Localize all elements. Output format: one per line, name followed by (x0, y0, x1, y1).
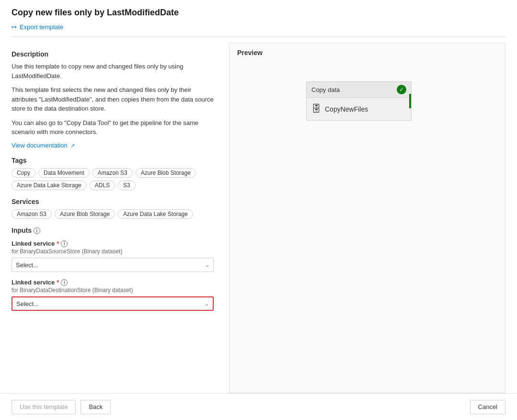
linked-service-1-label: Linked service * i (11, 240, 214, 247)
required-star-1: * (57, 240, 59, 247)
tag-copy: Copy (11, 168, 35, 178)
description-para1: Use this template to copy new and change… (11, 62, 214, 80)
service-azure-blob: Azure Blob Storage (55, 209, 115, 219)
page-title: Copy new files only by LastModifiedDate (11, 8, 506, 18)
linked-service-2-info-icon[interactable]: i (61, 279, 68, 286)
footer: Use this template Back Cancel (0, 393, 517, 420)
inputs-title: Inputs i (11, 227, 214, 235)
copy-new-files-label: CopyNewFiles (325, 105, 368, 113)
linked-service-1-value: Select... (16, 261, 38, 269)
green-bar-indicator (409, 94, 412, 108)
description-para3: You can also go to "Copy Data Tool" to g… (11, 118, 214, 137)
tags-title: Tags (11, 157, 214, 164)
copy-data-card: Copy data ✓ 🗄 CopyNewFiles (306, 81, 412, 121)
tag-adls: ADLS (90, 181, 115, 190)
inputs-info-icon[interactable]: i (34, 227, 40, 234)
use-template-button[interactable]: Use this template (11, 400, 76, 414)
linked-service-2-dropdown[interactable]: Select... ⌄ (11, 296, 214, 311)
service-azure-dls: Azure Data Lake Storage (118, 209, 193, 219)
export-arrow-icon: ↦ (11, 23, 17, 31)
services-container: Amazon S3 Azure Blob Storage Azure Data … (11, 209, 214, 219)
description-section-title: Description (11, 50, 214, 58)
export-template-link[interactable]: Export template (20, 23, 63, 31)
tags-container: Copy Data Movement Amazon S3 Azure Blob … (11, 168, 214, 190)
service-amazon-s3: Amazon S3 (11, 209, 52, 219)
export-row: ↦ Export template (11, 23, 506, 37)
back-button[interactable]: Back (80, 400, 111, 414)
linked-service-1-sublabel: for BinaryDataSourceStore (Binary datase… (11, 248, 214, 255)
copy-data-title: Copy data (311, 86, 340, 93)
footer-right-buttons: Cancel (470, 400, 506, 414)
linked-service-2-sublabel: for BinaryDataDestinationStore (Binary d… (11, 287, 214, 294)
services-section: Services Amazon S3 Azure Blob Storage Az… (11, 198, 214, 219)
linked-service-1-info-icon[interactable]: i (61, 240, 68, 247)
tag-data-movement: Data Movement (38, 168, 90, 178)
database-icon: 🗄 (311, 103, 321, 114)
external-link-icon: ↗ (70, 143, 75, 148)
success-check-icon: ✓ (397, 85, 406, 94)
cancel-button[interactable]: Cancel (470, 400, 506, 414)
tag-amazon-s3: Amazon S3 (92, 168, 133, 178)
linked-service-1-chevron: ⌄ (205, 262, 209, 268)
copy-data-body: 🗄 CopyNewFiles (307, 98, 411, 120)
view-documentation-link[interactable]: View documentation ↗ (11, 142, 75, 149)
linked-service-1-dropdown[interactable]: Select... ⌄ (11, 258, 214, 272)
inputs-section: Inputs i Linked service * i for BinaryDa… (11, 227, 214, 311)
linked-service-2-label: Linked service * i (11, 279, 214, 286)
footer-left-buttons: Use this template Back (11, 400, 111, 414)
required-star-2: * (57, 279, 59, 286)
body-area: Description Use this template to copy ne… (11, 43, 506, 393)
preview-panel: Preview Copy data ✓ 🗄 CopyNewFiles (229, 43, 506, 393)
tag-s3: S3 (118, 181, 136, 190)
linked-service-2-value: Select... (16, 300, 39, 307)
copy-data-header: Copy data ✓ (307, 82, 411, 98)
tag-azure-dls: Azure Data Lake Storage (11, 181, 87, 190)
linked-service-2-chevron: ⌄ (205, 301, 209, 307)
preview-label: Preview (237, 49, 263, 57)
services-title: Services (11, 198, 214, 205)
tag-azure-blob: Azure Blob Storage (136, 168, 196, 178)
tags-section: Tags Copy Data Movement Amazon S3 Azure … (11, 157, 214, 190)
description-para2: This template first selects the new and … (11, 85, 214, 114)
left-panel: Description Use this template to copy ne… (11, 43, 218, 393)
